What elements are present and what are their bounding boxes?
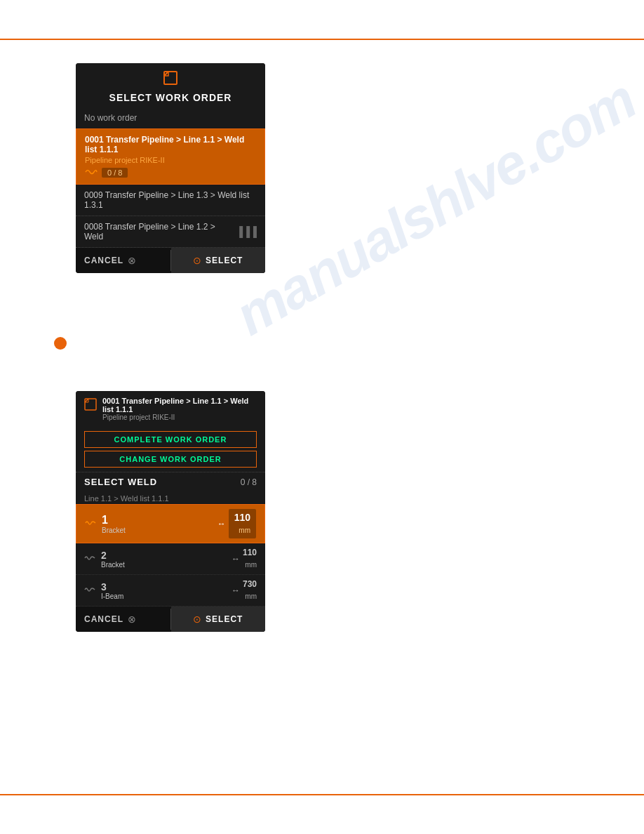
panel1-footer: CANCEL ⊗ ⊙ SELECT bbox=[76, 248, 265, 273]
select-circle-icon-2: ⊙ bbox=[193, 614, 201, 625]
panel1-select-button[interactable]: ⊙ SELECT bbox=[171, 248, 266, 273]
weld-item-2-size-unit: mm bbox=[245, 561, 257, 569]
step-indicator-dot bbox=[54, 337, 67, 350]
cancel-circle-icon: ⊗ bbox=[128, 255, 136, 266]
weld-icon-1 bbox=[85, 167, 98, 178]
work-order-item-1-title: 0001 Transfer Pipeline > Line 1.1 > Weld… bbox=[85, 135, 256, 154]
action-buttons-container: COMPLETE WORK ORDER CHANGE WORK ORDER bbox=[76, 427, 265, 472]
weld-item-1-type: Bracket bbox=[102, 527, 126, 534]
weld-arrow-icon-1: ↔ bbox=[217, 519, 226, 529]
complete-work-order-button[interactable]: COMPLETE WORK ORDER bbox=[84, 431, 257, 448]
weld-item-3-size-value: 730 bbox=[243, 579, 257, 589]
panel2-select-button[interactable]: ⊙ SELECT bbox=[171, 607, 266, 632]
work-order-item-2[interactable]: 0009 Transfer Pipeline > Line 1.3 > Weld… bbox=[76, 185, 265, 216]
panel2-footer: CANCEL ⊗ ⊙ SELECT bbox=[76, 607, 265, 632]
select-weld-panel: 0001 Transfer Pipeline > Line 1.1 > Weld… bbox=[76, 391, 265, 632]
bottom-border-line bbox=[0, 794, 644, 795]
weld-item-1-number: 1 bbox=[102, 514, 126, 527]
weld-icon-3 bbox=[84, 585, 95, 595]
weld-item-3-left: 3 I-Beam bbox=[84, 581, 123, 600]
work-order-item-1[interactable]: 0001 Transfer Pipeline > Line 1.1 > Weld… bbox=[76, 128, 265, 185]
weld-item-3-size: 730 mm bbox=[243, 579, 257, 602]
weld-icon-2 bbox=[84, 554, 95, 564]
select-weld-header: SELECT WELD 0 / 8 bbox=[76, 472, 265, 491]
panel1-header: SELECT WORK ORDER bbox=[76, 63, 265, 107]
no-work-order-label: No work order bbox=[76, 107, 265, 128]
weld-arrow-icon-2: ↔ bbox=[232, 554, 240, 564]
change-work-order-button[interactable]: CHANGE WORK ORDER bbox=[84, 451, 257, 468]
weld-item-3-info: 3 I-Beam bbox=[101, 581, 123, 600]
weld-item-3[interactable]: 3 I-Beam ↔ 730 mm bbox=[76, 575, 265, 607]
work-order-badge-count-1: 0 / 8 bbox=[102, 168, 128, 178]
weld-item-2-type: Bracket bbox=[101, 561, 125, 569]
weld-item-2-size: 110 mm bbox=[243, 548, 257, 570]
panel1-icon bbox=[86, 70, 255, 89]
select-work-order-panel: SELECT WORK ORDER No work order 0001 Tra… bbox=[76, 63, 265, 273]
work-order-item-2-title: 0009 Transfer Pipeline > Line 1.3 > Weld… bbox=[84, 190, 257, 210]
panel2-title: 0001 Transfer Pipeline > Line 1.1 > Weld… bbox=[102, 397, 257, 413]
weld-item-1-size: 110 mm bbox=[229, 509, 256, 538]
cancel-circle-icon-2: ⊗ bbox=[128, 614, 136, 625]
weld-item-3-size-unit: mm bbox=[245, 593, 257, 600]
weld-item-2-left: 2 Bracket bbox=[84, 550, 125, 569]
weld-item-3-right: ↔ 730 mm bbox=[232, 579, 257, 602]
work-order-item-1-subtitle: Pipeline project RIKE-II bbox=[85, 156, 256, 164]
weld-path-label: Line 1.1 > Weld list 1.1.1 bbox=[76, 491, 265, 504]
panel2-header: 0001 Transfer Pipeline > Line 1.1 > Weld… bbox=[76, 391, 265, 427]
weld-item-1-left: 1 Bracket bbox=[85, 514, 126, 534]
weld-icon-1 bbox=[85, 519, 96, 529]
panel1-title: SELECT WORK ORDER bbox=[86, 92, 255, 103]
panel2-cancel-button[interactable]: CANCEL ⊗ bbox=[76, 607, 170, 632]
weld-item-1-right: ↔ 110 mm bbox=[217, 509, 256, 538]
work-order-item-3[interactable]: 0008 Transfer Pipeline > Line 1.2 > Weld… bbox=[76, 216, 265, 248]
work-order-item-1-badge: 0 / 8 bbox=[85, 167, 256, 178]
bar-chart-icon: ▐▐▐ bbox=[236, 226, 257, 237]
weld-item-1-info: 1 Bracket bbox=[102, 514, 126, 534]
watermark: manualshlve.com bbox=[224, 67, 644, 348]
weld-item-2-info: 2 Bracket bbox=[101, 550, 125, 569]
weld-item-2-number: 2 bbox=[101, 550, 125, 561]
panel2-icon bbox=[84, 398, 97, 413]
weld-arrow-icon-3: ↔ bbox=[232, 585, 240, 595]
panel2-header-text: 0001 Transfer Pipeline > Line 1.1 > Weld… bbox=[102, 397, 257, 421]
weld-item-3-type: I-Beam bbox=[101, 593, 123, 600]
weld-item-3-number: 3 bbox=[101, 581, 123, 593]
weld-item-1[interactable]: 1 Bracket ↔ 110 mm bbox=[76, 504, 265, 543]
weld-item-1-size-value: 110 bbox=[234, 512, 250, 523]
work-order-item-3-title: 0008 Transfer Pipeline > Line 1.2 > Weld bbox=[84, 222, 236, 241]
weld-item-2-size-value: 110 bbox=[243, 548, 257, 557]
weld-item-2[interactable]: 2 Bracket ↔ 110 mm bbox=[76, 543, 265, 575]
weld-item-2-right: ↔ 110 mm bbox=[232, 548, 257, 570]
select-circle-icon: ⊙ bbox=[193, 255, 201, 266]
select-weld-title: SELECT WELD bbox=[84, 477, 157, 487]
select-weld-count: 0 / 8 bbox=[241, 477, 257, 487]
panel1-cancel-button[interactable]: CANCEL ⊗ bbox=[76, 248, 170, 273]
top-border-line bbox=[0, 39, 644, 40]
panel2-subtitle: Pipeline project RIKE-II bbox=[102, 413, 257, 421]
weld-item-1-size-unit: mm bbox=[239, 527, 250, 534]
